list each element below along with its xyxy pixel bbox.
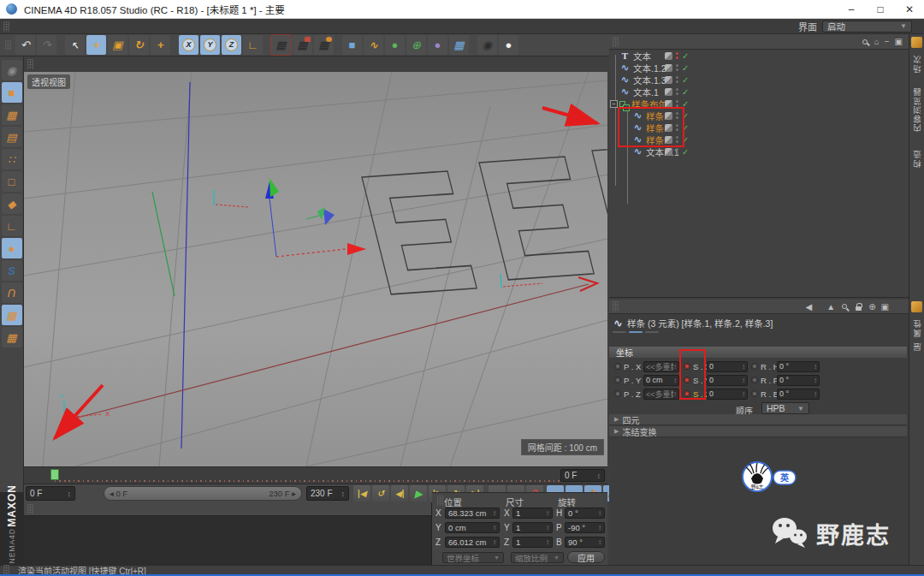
enable-check-icon[interactable]: ✓	[682, 51, 689, 61]
object-axis-gizmo[interactable]	[214, 190, 248, 207]
size-mode-dropdown[interactable]: 缩放比例▼	[511, 552, 564, 563]
render-settings-icon[interactable]: ▦	[314, 35, 334, 55]
render-view-icon[interactable]: ▦	[271, 35, 291, 55]
close-button[interactable]: ✕	[895, 0, 924, 18]
apply-button[interactable]: 应用	[567, 551, 605, 563]
home-icon[interactable]: ⌂	[874, 37, 880, 46]
generator-icon[interactable]: ●	[385, 35, 405, 55]
polygons-mode-icon[interactable]: ◆	[2, 193, 22, 214]
last-tool-icon[interactable]: +	[151, 35, 170, 55]
workplane-mode-icon[interactable]: ▤	[2, 127, 22, 147]
x-axis-lock-icon[interactable]: X	[179, 35, 198, 55]
freeze-transform-section[interactable]: ▶ 冻结变换	[609, 426, 907, 437]
keyframe-dot-icon[interactable]	[751, 363, 758, 370]
layer-tag-icon[interactable]	[665, 88, 672, 96]
position-field[interactable]: 0 cm↕	[643, 375, 679, 386]
zoom-view-icon[interactable]	[566, 58, 578, 70]
coordinate-system-icon[interactable]: ∟	[243, 35, 263, 55]
tab-basic[interactable]	[613, 331, 626, 333]
grip-handle[interactable]	[3, 21, 9, 32]
workplane-rotate-icon[interactable]: ▦	[2, 327, 22, 347]
object-row-text-1-2[interactable]: − T ∿ 文本.1.2 ✓	[609, 62, 909, 74]
rotation-field[interactable]: 0 °↕	[565, 508, 605, 519]
grip-handle[interactable]	[437, 496, 443, 506]
y-axis-lock-icon[interactable]: Y	[200, 35, 220, 55]
history-back-icon[interactable]: ◀	[806, 302, 813, 312]
lock-icon[interactable]	[856, 306, 862, 311]
previous-frame-icon[interactable]: ◀|	[391, 485, 408, 502]
dock-tab-scene[interactable]: 场次	[912, 55, 924, 73]
keyframe-dot-icon[interactable]	[614, 363, 621, 370]
points-mode-icon[interactable]: ∷	[2, 149, 22, 169]
scale-tool-icon[interactable]: ▣	[108, 35, 127, 55]
dock-icon[interactable]	[911, 37, 922, 48]
up-arrow-icon[interactable]: ▲	[826, 302, 835, 312]
playhead-marker[interactable]	[50, 469, 59, 480]
minimize-button[interactable]: –	[837, 0, 866, 18]
axis-mode-icon[interactable]: ∟	[2, 216, 22, 236]
enable-check-icon[interactable]: ✓	[682, 75, 689, 85]
dock-tab-attributes[interactable]: 属性	[912, 319, 924, 337]
object-row-text[interactable]: − T ∿ 文本 ✓	[609, 50, 909, 62]
undo-icon[interactable]: ↶	[15, 35, 35, 55]
view-window-icon[interactable]: ▦	[449, 35, 469, 55]
layer-tag-icon[interactable]	[665, 64, 672, 72]
position-field[interactable]: <<多重数值↕	[643, 389, 679, 400]
light-icon[interactable]: ●	[499, 35, 518, 55]
stepper-icon[interactable]: ↕	[341, 490, 346, 498]
grip-handle[interactable]	[27, 504, 33, 514]
dock-tab-content-browser[interactable]: 内容浏览器	[912, 87, 924, 133]
rotation-field[interactable]: 0 °↕	[777, 361, 820, 372]
rotation-field[interactable]: 0 °↕	[777, 389, 820, 400]
range-end-spinner[interactable]: 230 F↕	[306, 486, 349, 501]
object-row-text-1[interactable]: − T ∿ 文本.1 ✓	[609, 86, 909, 98]
texture-mode-icon[interactable]: ▦	[2, 104, 22, 125]
z-axis-lock-icon[interactable]: Z	[222, 35, 241, 55]
size-field[interactable]: 1↕	[512, 508, 553, 519]
visibility-dots-icon[interactable]	[676, 51, 678, 60]
position-field[interactable]: 68.323 cm↕	[445, 508, 500, 519]
visibility-dots-icon[interactable]	[676, 63, 678, 72]
enable-check-icon[interactable]: ✓	[682, 147, 689, 157]
grip-handle[interactable]	[27, 59, 33, 69]
grip-handle[interactable]	[5, 40, 11, 50]
coordinate-space-dropdown[interactable]: 世界坐标▼	[442, 552, 504, 563]
goto-start-icon[interactable]: |◀	[353, 485, 370, 502]
enable-check-icon[interactable]: ✓	[682, 63, 689, 73]
rotate-tool-icon[interactable]: ↻	[129, 35, 149, 55]
dock-tab-structure[interactable]: 构造	[912, 150, 924, 168]
position-field[interactable]: 66.012 cm↕	[445, 537, 500, 548]
camera-icon[interactable]: ◉	[477, 35, 497, 55]
maximize-button[interactable]: □	[866, 0, 895, 18]
text-spline-outlines[interactable]	[362, 145, 607, 294]
panel-box-icon[interactable]: ▣	[895, 37, 903, 46]
grip-handle[interactable]	[613, 37, 619, 47]
keyframe-dot-icon[interactable]	[614, 390, 621, 397]
target-icon[interactable]: ⊕	[868, 302, 875, 312]
material-manager[interactable]	[24, 502, 432, 565]
object-manager[interactable]: ⌂ − ▣ − T ∿ 文本 ✓ − T ∿	[609, 34, 909, 298]
deformer-icon[interactable]: ⊕	[406, 35, 426, 55]
live-selection-icon[interactable]: ↖	[65, 35, 85, 55]
quaternion-section[interactable]: ▶ 四元	[609, 414, 907, 425]
rotation-order-dropdown[interactable]: HPB ▼	[761, 402, 809, 414]
layer-tag-icon[interactable]	[665, 148, 672, 156]
model-mode-icon[interactable]: ■	[2, 82, 22, 103]
position-field[interactable]: <<多重数值↕	[643, 361, 679, 372]
current-frame-spinner[interactable]: 0 F↕	[26, 486, 75, 501]
keyframe-dot-icon[interactable]	[751, 390, 758, 397]
move-tool-icon[interactable]: +	[86, 35, 106, 55]
object-axis-gizmo[interactable]	[500, 274, 542, 288]
visibility-dots-icon[interactable]	[676, 87, 678, 96]
environment-icon[interactable]: ●	[428, 35, 447, 55]
rotation-field[interactable]: -90 °↕	[565, 522, 605, 533]
stepper-icon[interactable]: ↕	[597, 472, 601, 480]
layer-tag-icon[interactable]	[665, 52, 672, 60]
minus-icon[interactable]: −	[885, 37, 890, 46]
interface-dropdown[interactable]: 启动 ▼	[822, 21, 912, 33]
scale-field[interactable]: 0↕	[707, 389, 748, 400]
play-reverse-icon[interactable]: ↺	[372, 485, 389, 502]
frame-range-slider[interactable]: ◂ 0 F 230 F ▸	[104, 486, 302, 501]
end-frame-spinner[interactable]: 0 F↕	[560, 469, 605, 482]
rotation-field[interactable]: 0 °↕	[777, 375, 820, 386]
